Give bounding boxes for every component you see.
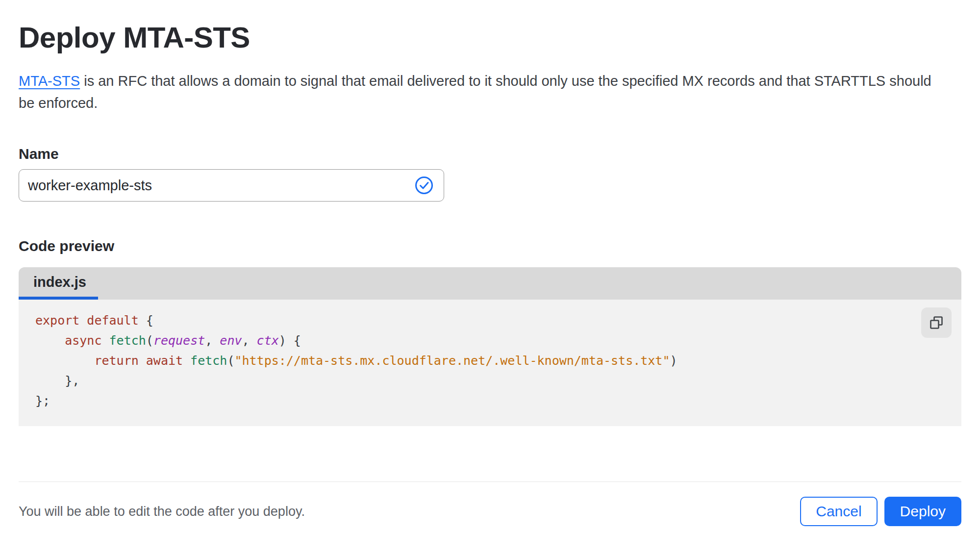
deploy-button[interactable]: Deploy xyxy=(884,497,961,526)
footer-buttons: Cancel Deploy xyxy=(800,497,961,526)
page-title: Deploy MTA-STS xyxy=(19,21,961,54)
code-tabbar: index.js xyxy=(19,267,961,300)
code-content: export default { async fetch(request, en… xyxy=(35,310,961,411)
mta-sts-link[interactable]: MTA-STS xyxy=(19,73,80,89)
code-preview-label: Code preview xyxy=(19,238,961,254)
description: MTA-STS is an RFC that allows a domain t… xyxy=(19,70,950,114)
code-preview-card: index.js export default { async fetch(re… xyxy=(19,267,961,426)
description-text: is an RFC that allows a domain to signal… xyxy=(19,73,931,111)
name-input[interactable] xyxy=(19,169,444,202)
copy-icon xyxy=(929,315,944,330)
footer-note: You will be able to edit the code after … xyxy=(19,504,305,519)
tab-index-js[interactable]: index.js xyxy=(19,267,98,300)
check-circle-icon xyxy=(415,176,433,195)
code-editor[interactable]: export default { async fetch(request, en… xyxy=(19,300,961,426)
cancel-button[interactable]: Cancel xyxy=(800,497,877,526)
footer: You will be able to edit the code after … xyxy=(0,497,980,526)
footer-divider xyxy=(19,482,961,482)
name-label: Name xyxy=(19,146,961,162)
copy-code-button[interactable] xyxy=(921,307,952,338)
name-input-wrap xyxy=(19,169,444,202)
deploy-mta-sts-page: Deploy MTA-STS MTA-STS is an RFC that al… xyxy=(0,21,980,426)
